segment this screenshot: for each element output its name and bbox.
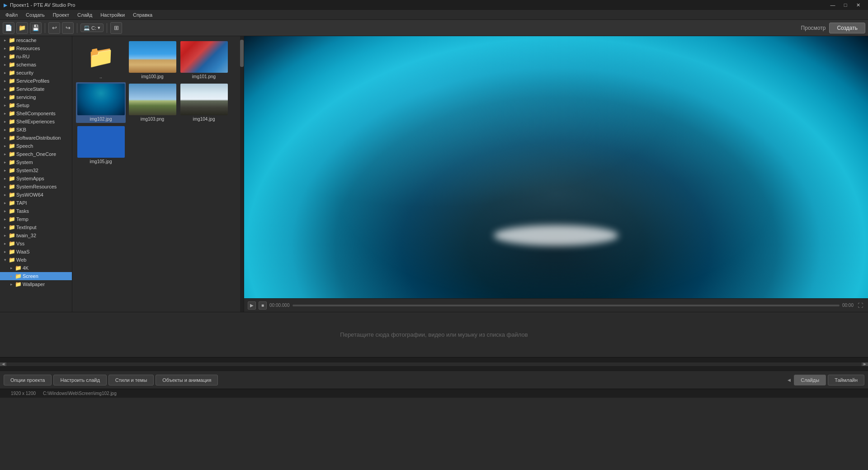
drive-selector[interactable]: 💻 C: ▾ xyxy=(80,24,104,32)
close-button[interactable]: ✕ xyxy=(852,0,864,10)
thumb-label-img100: img100.jpg xyxy=(142,74,164,79)
tree-item-textinput[interactable]: ▸📁TextInput xyxy=(0,223,72,231)
tree-item-twain_32[interactable]: ▸📁twain_32 xyxy=(0,231,72,240)
tree-arrow-speech_onecore: ▸ xyxy=(2,151,8,157)
fullscreen-button[interactable]: ⛶ xyxy=(856,301,864,310)
tree-arrow-wallpaper: ▸ xyxy=(8,281,14,287)
folder-icon-system32: 📁 xyxy=(8,167,15,174)
save-button[interactable]: 💾 xyxy=(30,22,42,34)
tree-item-screen[interactable]: ▸📁Screen xyxy=(0,272,72,280)
project-options-button[interactable]: Опции проекта xyxy=(4,375,52,385)
tree-item-servicestate[interactable]: ▸📁ServiceState xyxy=(0,85,72,93)
tree-item-tapi[interactable]: ▸📁TAPI xyxy=(0,199,72,207)
tree-item-vss[interactable]: ▸📁Vss xyxy=(0,240,72,248)
folder-icon-textinput: 📁 xyxy=(8,224,15,230)
bottom-toolbar: Опции проекта Настроить слайд Стили и те… xyxy=(0,371,868,389)
bottom-right-buttons: ◀ Слайды Таймлайн xyxy=(786,375,864,385)
tree-label-servicing: servicing xyxy=(16,94,36,100)
menu-bar: Файл Создать Проект Слайд Настройки Спра… xyxy=(0,10,868,20)
open-button[interactable]: 📁 xyxy=(16,22,28,34)
tree-arrow-tasks: ▸ xyxy=(2,208,8,214)
toolbar-separator-2 xyxy=(77,23,77,33)
vscrollbar[interactable] xyxy=(240,36,244,312)
slides-button[interactable]: Слайды xyxy=(794,375,826,385)
tree-item-resources[interactable]: ▸📁Resources xyxy=(0,44,72,52)
undo-button[interactable]: ↩ xyxy=(48,22,60,34)
maximize-button[interactable]: □ xyxy=(839,0,852,10)
tree-item-shellexperiences[interactable]: ▸📁ShellExperiences xyxy=(0,118,72,126)
file-tree[interactable]: ▸📁rescache▸📁Resources▸📁ru-RU▸📁schemas▸📁s… xyxy=(0,36,72,312)
tree-item-speech[interactable]: ▸📁Speech xyxy=(0,142,72,150)
file-thumb-img102[interactable]: img102.jpg xyxy=(76,82,126,123)
tree-item-wallpaper[interactable]: ▸📁Wallpaper xyxy=(0,280,72,288)
bottom-strip[interactable]: ◀ ▶ xyxy=(0,357,868,371)
tree-item-systemresources[interactable]: ▸📁SystemResources xyxy=(0,183,72,191)
redo-button[interactable]: ↪ xyxy=(62,22,74,34)
timeline-button[interactable]: Таймлайн xyxy=(828,375,864,385)
tree-item-web[interactable]: ▾📁Web xyxy=(0,256,72,264)
new-button[interactable]: 📄 xyxy=(3,22,14,34)
folder-big-icon: 📁 xyxy=(87,44,114,70)
tree-item-skb[interactable]: ▸📁SKB xyxy=(0,126,72,134)
menu-project[interactable]: Проект xyxy=(49,10,73,19)
menu-slide[interactable]: Слайд xyxy=(74,10,96,19)
file-thumb-img100[interactable]: img100.jpg xyxy=(127,40,177,80)
menu-help[interactable]: Справка xyxy=(129,10,156,19)
file-thumb-img104[interactable]: img104.jpg xyxy=(179,82,229,123)
tree-item-system[interactable]: ▸📁System xyxy=(0,158,72,166)
scroll-left-btn[interactable]: ◀ xyxy=(0,362,6,366)
file-thumb-img103[interactable]: img103.png xyxy=(127,82,177,123)
folder-icon-servicestate: 📁 xyxy=(8,86,15,92)
tree-item-schemas[interactable]: ▸📁schemas xyxy=(0,61,72,69)
folder-icon-setup: 📁 xyxy=(8,102,15,108)
file-browser-scroll[interactable]: 📁..img100.jpgimg101.pngimg102.jpgimg103.… xyxy=(72,36,244,312)
tree-item-syswow64[interactable]: ▸📁SysWOW64 xyxy=(0,191,72,199)
tree-item-rescache[interactable]: ▸📁rescache xyxy=(0,36,72,44)
styles-themes-button[interactable]: Стили и темы xyxy=(108,375,154,385)
file-thumb-img101[interactable]: img101.png xyxy=(179,40,229,80)
horizontal-scrollbar[interactable]: ◀ ▶ xyxy=(0,362,868,366)
view-button[interactable]: ⊞ xyxy=(110,22,122,34)
objects-animation-button[interactable]: Объекты и анимация xyxy=(156,375,218,385)
tree-item-setup[interactable]: ▸📁Setup xyxy=(0,101,72,109)
create-button[interactable]: Создать xyxy=(829,23,865,33)
menu-file[interactable]: Файл xyxy=(2,10,21,19)
timeline-bar[interactable] xyxy=(292,305,840,306)
tree-item-servicing[interactable]: ▸📁servicing xyxy=(0,93,72,101)
tree-item-security[interactable]: ▸📁security xyxy=(0,69,72,77)
menu-create[interactable]: Создать xyxy=(22,10,48,19)
tree-arrow-syswow64: ▸ xyxy=(2,192,8,198)
tree-item-systemapps[interactable]: ▸📁SystemApps xyxy=(0,174,72,183)
tree-item-system32[interactable]: ▸📁System32 xyxy=(0,166,72,174)
tree-item-temp[interactable]: ▸📁Temp xyxy=(0,215,72,223)
folder-icon-rescache: 📁 xyxy=(8,37,15,43)
preview-label[interactable]: Просмотр xyxy=(801,25,826,31)
file-thumb-img105[interactable]: img105.jpg xyxy=(76,125,126,165)
tree-item-serviceprofiles[interactable]: ▸📁ServiceProfiles xyxy=(0,77,72,85)
vscrollbar-thumb[interactable] xyxy=(240,40,244,67)
tree-item-speech_onecore[interactable]: ▸📁Speech_OneCore xyxy=(0,150,72,158)
tree-label-textinput: TextInput xyxy=(16,225,37,230)
tree-arrow-setup: ▸ xyxy=(2,102,8,108)
minimize-button[interactable]: — xyxy=(826,0,839,10)
tree-arrow-resources: ▸ xyxy=(2,45,8,52)
customize-slide-button[interactable]: Настроить слайд xyxy=(53,375,106,385)
tree-item-shellcomponents[interactable]: ▸📁ShellComponents xyxy=(0,109,72,118)
file-thumb-dotdot[interactable]: 📁.. xyxy=(76,40,126,80)
tree-item-ru-RU[interactable]: ▸📁ru-RU xyxy=(0,52,72,61)
tree-arrow-rescache: ▸ xyxy=(2,37,8,43)
folder-icon-tasks: 📁 xyxy=(8,208,15,214)
tree-item-tasks[interactable]: ▸📁Tasks xyxy=(0,207,72,215)
play-button[interactable]: ▶ xyxy=(248,301,256,310)
stop-button[interactable]: ■ xyxy=(259,301,267,310)
scroll-right-btn[interactable]: ▶ xyxy=(862,362,868,366)
tree-item-softwaredistribution[interactable]: ▸📁SoftwareDistribution xyxy=(0,134,72,142)
tree-item-waas[interactable]: ▸📁WaaS xyxy=(0,248,72,256)
folder-icon-4k: 📁 xyxy=(14,265,22,271)
tree-item-4k[interactable]: ▸📁4K xyxy=(0,264,72,272)
tree-arrow-shellexperiences: ▸ xyxy=(2,118,8,125)
nav-arrow-left[interactable]: ◀ xyxy=(786,375,792,385)
drop-zone[interactable]: Перетащите сюда фотографии, видео или му… xyxy=(0,312,868,357)
menu-settings[interactable]: Настройки xyxy=(97,10,128,19)
tree-arrow-textinput: ▸ xyxy=(2,224,8,230)
